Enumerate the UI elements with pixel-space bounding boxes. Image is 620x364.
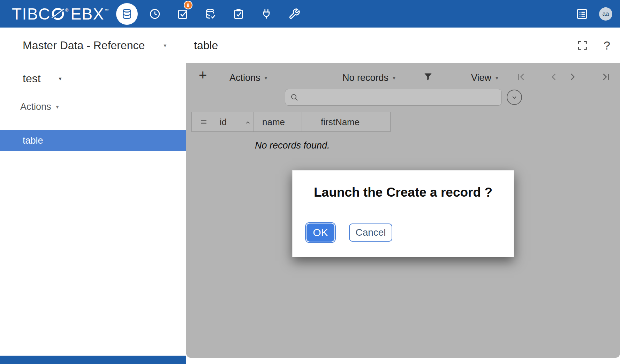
panel-list-button[interactable] <box>575 7 589 21</box>
sidebar-actions-label: Actions <box>20 101 51 112</box>
nav-data-model-button[interactable] <box>197 0 225 28</box>
topbar: TIBC ®EBX™ 8 <box>0 0 620 28</box>
dialog-title: Launch the Create a record ? <box>293 185 514 200</box>
plug-icon <box>260 8 272 20</box>
tibco-ebx-logo: TIBC ®EBX™ <box>12 5 109 23</box>
nav-validation-button[interactable] <box>225 0 252 28</box>
cancel-button[interactable]: Cancel <box>349 223 392 242</box>
clock-icon <box>149 8 161 20</box>
logo-ebx-text: EBX <box>70 5 104 23</box>
dataset-selector[interactable]: Master Data - Reference ▾ <box>23 28 166 63</box>
nav-integration-button[interactable] <box>252 0 280 28</box>
sidebar-dataset-dropdown[interactable]: test ▾ <box>23 72 62 85</box>
sidebar-actions-dropdown[interactable]: Actions ▾ <box>20 101 59 112</box>
tibco-logo-o-icon <box>51 7 65 21</box>
checkbox-check-icon <box>177 8 189 20</box>
tasks-badge: 8 <box>184 1 192 9</box>
avatar[interactable]: aa <box>599 7 612 21</box>
help-button[interactable]: ? <box>604 39 610 52</box>
database-icon <box>116 3 138 25</box>
page-header: Master Data - Reference ▾ table ? <box>0 28 620 63</box>
nav-data-button[interactable] <box>113 0 141 28</box>
trademark-mark: ™ <box>104 8 109 13</box>
content-panel: + Actions ▾ No records ▾ View ▾ <box>186 63 620 358</box>
chevron-down-icon: ▾ <box>56 104 59 110</box>
panel-list-icon <box>575 7 589 21</box>
nav-history-button[interactable] <box>141 0 169 28</box>
sidebar-dataset-label: test <box>23 72 41 85</box>
top-nav-icons: 8 <box>113 0 308 28</box>
page-title: table <box>194 28 218 63</box>
sidebar-footer <box>0 356 186 364</box>
fullscreen-icon <box>576 39 588 51</box>
logo-tibc-text: TIBC <box>12 5 51 23</box>
ok-button[interactable]: OK <box>307 223 334 242</box>
nav-administration-button[interactable] <box>280 0 308 28</box>
dataset-selector-label: Master Data - Reference <box>23 39 145 52</box>
chevron-down-icon: ▾ <box>164 42 166 49</box>
topbar-right: aa <box>575 7 620 21</box>
clipboard-check-icon <box>233 8 244 20</box>
nav-tasks-button[interactable]: 8 <box>169 0 197 28</box>
create-record-dialog: Launch the Create a record ? OK Cancel <box>292 170 514 257</box>
dialog-buttons: OK Cancel <box>307 223 392 242</box>
wrench-icon <box>288 8 300 20</box>
sidebar-item-label: table <box>23 135 43 146</box>
registered-mark: ® <box>65 8 69 13</box>
app-root: TIBC ®EBX™ 8 <box>0 0 620 364</box>
sidebar-item-table[interactable]: table <box>0 130 186 151</box>
chevron-down-icon: ▾ <box>59 75 62 82</box>
sidebar: test ▾ Actions ▾ table <box>0 63 186 364</box>
database-check-icon <box>205 8 217 20</box>
fullscreen-button[interactable] <box>576 39 588 51</box>
header-actions: ? <box>576 28 610 63</box>
